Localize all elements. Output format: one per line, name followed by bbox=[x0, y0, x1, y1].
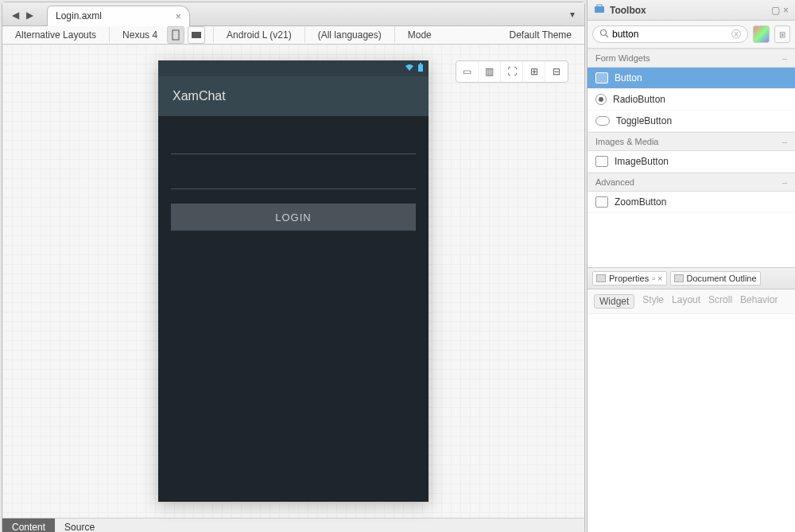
svg-rect-0 bbox=[173, 30, 179, 40]
properties-icon bbox=[596, 274, 606, 282]
designer-toolbar: Alternative Layouts Nexus 4 Android L (v… bbox=[2, 26, 584, 45]
collapse-icon[interactable]: – bbox=[782, 177, 787, 187]
wifi-icon bbox=[405, 64, 414, 73]
right-side-panel: Toolbox ▢ × ⓧ ⊞ Form Widgets–ButtonRadio… bbox=[587, 0, 795, 532]
alt-layouts-button[interactable]: Alternative Layouts bbox=[10, 26, 101, 44]
toolbox-list: Form Widgets–ButtonRadioButtonToggleButt… bbox=[588, 49, 795, 267]
svg-line-7 bbox=[606, 35, 608, 37]
toggle-icon bbox=[595, 116, 610, 126]
theme-selector[interactable]: Default Theme bbox=[505, 26, 577, 44]
portrait-icon[interactable] bbox=[167, 26, 184, 44]
button-icon bbox=[595, 72, 608, 83]
tool-2-icon[interactable]: ▥ bbox=[479, 61, 501, 82]
svg-rect-1 bbox=[192, 32, 201, 38]
username-field[interactable] bbox=[171, 126, 416, 154]
grid-view-button[interactable]: ⊞ bbox=[774, 25, 791, 43]
mode-selector[interactable]: Mode bbox=[403, 26, 436, 44]
phone-status-bar bbox=[158, 60, 429, 76]
toolbox-title: Toolbox bbox=[610, 5, 646, 16]
collapse-icon[interactable]: – bbox=[782, 53, 787, 63]
property-tab-scroll[interactable]: Scroll bbox=[708, 294, 732, 309]
toolbox-search-row: ⓧ ⊞ bbox=[588, 21, 795, 49]
widget-item[interactable]: RadioButton bbox=[588, 89, 795, 111]
zoom-in-icon[interactable]: ⊞ bbox=[523, 61, 545, 82]
search-icon bbox=[599, 29, 609, 41]
widget-item[interactable]: ImageButton bbox=[588, 151, 795, 173]
app-action-bar[interactable]: XamChat bbox=[158, 76, 429, 116]
properties-tab[interactable]: Properties ▫ × bbox=[592, 271, 667, 285]
landscape-icon[interactable] bbox=[188, 26, 205, 44]
property-tab-behavior[interactable]: Behavior bbox=[740, 294, 778, 309]
fullscreen-icon[interactable]: ⛶ bbox=[501, 61, 523, 82]
document-outline-tab[interactable]: Document Outline bbox=[670, 271, 761, 285]
zoom-out-icon[interactable]: ⊟ bbox=[545, 61, 568, 82]
device-preview[interactable]: XamChat LOGIN bbox=[158, 60, 429, 502]
widget-label: ZoomButton bbox=[615, 196, 666, 208]
widget-item[interactable]: Button bbox=[588, 68, 795, 89]
android-version-selector[interactable]: Android L (v21) bbox=[222, 26, 297, 44]
file-tab-label: Login.axml bbox=[56, 10, 102, 21]
properties-body bbox=[588, 314, 795, 533]
property-tab-style[interactable]: Style bbox=[642, 294, 664, 309]
category-header[interactable]: Advanced– bbox=[588, 173, 795, 192]
file-tab-bar: ◀ ▶ Login.axml × ▾ bbox=[2, 2, 584, 26]
nav-back-icon[interactable]: ◀ bbox=[12, 10, 21, 19]
search-box[interactable]: ⓧ bbox=[592, 25, 748, 43]
app-title: XamChat bbox=[173, 89, 226, 103]
nav-forward-icon[interactable]: ▶ bbox=[26, 10, 36, 19]
widget-label: ImageButton bbox=[615, 156, 669, 167]
svg-point-6 bbox=[601, 29, 607, 35]
property-tab-layout[interactable]: Layout bbox=[672, 294, 700, 309]
collapse-icon[interactable]: – bbox=[782, 137, 787, 146]
content-tab[interactable]: Content bbox=[2, 518, 55, 532]
search-input[interactable] bbox=[612, 29, 731, 40]
widget-label: RadioButton bbox=[613, 94, 665, 105]
battery-icon bbox=[417, 63, 424, 74]
tab-dropdown-icon[interactable]: ▾ bbox=[570, 9, 575, 20]
device-selector[interactable]: Nexus 4 bbox=[118, 26, 162, 44]
category-header[interactable]: Images & Media– bbox=[588, 132, 795, 151]
svg-rect-5 bbox=[597, 5, 602, 7]
property-tab-widget[interactable]: Widget bbox=[594, 294, 634, 309]
widget-item[interactable]: ZoomButton bbox=[588, 192, 795, 213]
password-field[interactable] bbox=[171, 161, 416, 189]
outline-icon bbox=[674, 274, 684, 282]
svg-rect-3 bbox=[420, 63, 421, 64]
tool-1-icon[interactable]: ▭ bbox=[456, 61, 479, 82]
design-canvas[interactable]: ▭ ▥ ⛶ ⊞ ⊟ XamChat bbox=[2, 45, 584, 518]
view-tabs: Content Source bbox=[2, 518, 584, 532]
property-tabs: WidgetStyleLayoutScrollBehavior bbox=[588, 289, 795, 314]
widget-label: ToggleButton bbox=[616, 115, 672, 126]
button-icon bbox=[595, 196, 608, 208]
category-header[interactable]: Form Widgets– bbox=[588, 49, 795, 68]
close-icon[interactable]: × bbox=[175, 10, 181, 22]
toolbox-icon bbox=[594, 4, 605, 16]
svg-rect-2 bbox=[418, 64, 423, 72]
radio-icon bbox=[595, 94, 607, 105]
close-panel-icon[interactable]: × bbox=[783, 5, 789, 16]
properties-header: Properties ▫ × Document Outline bbox=[588, 267, 795, 289]
widget-label: Button bbox=[615, 72, 642, 83]
language-selector[interactable]: (All languages) bbox=[313, 26, 386, 44]
toolbox-header: Toolbox ▢ × bbox=[588, 0, 795, 21]
widget-item[interactable]: ToggleButton bbox=[588, 111, 795, 132]
login-button[interactable]: LOGIN bbox=[171, 204, 416, 231]
designer-panel: ◀ ▶ Login.axml × ▾ Alternative Layouts N… bbox=[2, 2, 585, 532]
canvas-toolbar: ▭ ▥ ⛶ ⊞ ⊟ bbox=[456, 60, 568, 83]
minimize-icon[interactable]: ▢ bbox=[771, 5, 780, 16]
clear-search-icon[interactable]: ⓧ bbox=[731, 28, 741, 41]
file-tab[interactable]: Login.axml × bbox=[47, 6, 190, 26]
source-tab[interactable]: Source bbox=[55, 518, 104, 532]
color-view-button[interactable] bbox=[753, 25, 770, 43]
button-icon bbox=[595, 156, 608, 167]
